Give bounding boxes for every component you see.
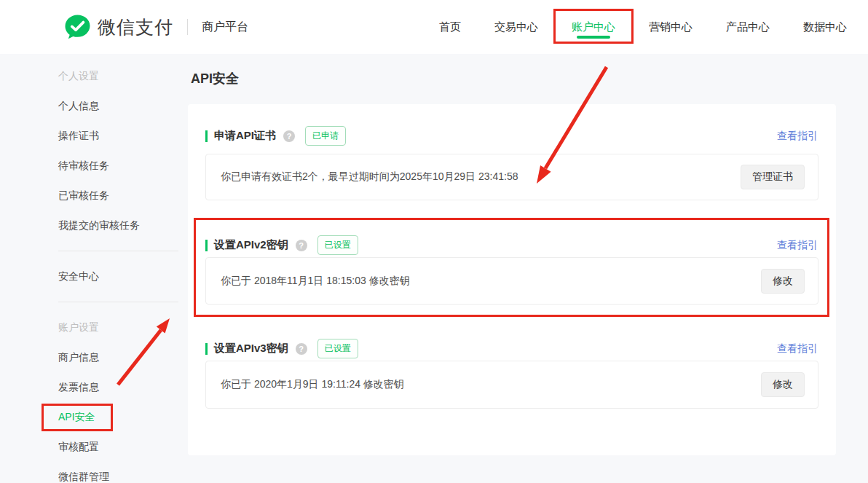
- sidebar-item-personal-info[interactable]: 个人信息: [0, 91, 188, 121]
- top-header: 微信支付 商户平台 首页 交易中心 账户中心 营销中心 产品中心 数据中心: [0, 0, 868, 54]
- nav-item-transaction-center[interactable]: 交易中心: [494, 1, 539, 53]
- active-nav-underline: [577, 36, 610, 39]
- sidebar-item-reviewed-tasks[interactable]: 已审核任务: [0, 181, 188, 211]
- apiv2-key-info-box: 你已于 2018年11月1日 18:15:03 修改密钥 修改: [205, 257, 818, 305]
- api-security-card: 申请API证书 ? 已申请 查看指引 你已申请有效证书2个，最早过期时间为202…: [188, 104, 836, 455]
- sidebar-item-operation-certificate[interactable]: 操作证书: [0, 121, 188, 151]
- status-badge-applied: 已申请: [305, 126, 346, 146]
- api-certificate-info-box: 你已申请有效证书2个，最早过期时间为2025年10月29日 23:41:58 管…: [205, 154, 818, 200]
- logo-divider: [187, 19, 188, 35]
- nav-item-account-center[interactable]: 账户中心: [571, 1, 616, 53]
- sidebar-item-invoice-info[interactable]: 发票信息: [0, 372, 188, 402]
- section-apiv3-key-title: 设置APIv3密钥: [214, 342, 288, 356]
- help-icon[interactable]: ?: [283, 130, 295, 142]
- section-accent-bar: [205, 130, 208, 142]
- section-api-certificate-header: 申请API证书 ? 已申请: [205, 126, 346, 146]
- logo-link[interactable]: 微信支付 商户平台: [64, 0, 248, 54]
- section-apiv3-key-header: 设置APIv3密钥 ? 已设置: [205, 339, 358, 358]
- manage-certificate-button[interactable]: 管理证书: [741, 165, 805, 189]
- view-guide-link-certificate[interactable]: 查看指引: [777, 130, 818, 143]
- section-accent-bar: [205, 240, 208, 251]
- api-certificate-message: 你已申请有效证书2个，最早过期时间为2025年10月29日 23:41:58: [221, 170, 518, 184]
- wechat-pay-merchant-page: 微信支付 商户平台 首页 交易中心 账户中心 营销中心 产品中心 数据中心 个人…: [0, 0, 868, 483]
- nav-item-account-center-label: 账户中心: [572, 20, 615, 33]
- modify-apiv2-key-button[interactable]: 修改: [761, 269, 805, 294]
- nav-item-home[interactable]: 首页: [438, 1, 462, 53]
- nav-item-product-center[interactable]: 产品中心: [725, 1, 770, 53]
- sidebar-item-merchant-info[interactable]: 商户信息: [0, 342, 188, 372]
- status-badge-set-v3: 已设置: [317, 339, 358, 358]
- sidebar-item-my-submitted-review-tasks[interactable]: 我提交的审核任务: [0, 211, 188, 240]
- logo-text: 微信支付: [98, 15, 173, 39]
- sidebar-section-account-settings: 账户设置: [0, 313, 188, 342]
- sidebar-item-api-security-label: API安全: [58, 411, 95, 424]
- apiv3-key-message: 你已于 2020年1月9日 19:11:24 修改密钥: [221, 378, 404, 391]
- sidebar-item-api-security[interactable]: API安全: [0, 402, 188, 432]
- section-apiv2-key-header: 设置APIv2密钥 ? 已设置: [205, 235, 358, 255]
- sidebar-item-security-center[interactable]: 安全中心: [0, 262, 188, 291]
- section-accent-bar: [205, 343, 208, 355]
- sidebar-item-review-config[interactable]: 审核配置: [0, 432, 188, 462]
- platform-subtitle: 商户平台: [202, 20, 248, 35]
- sidebar-item-wechat-group-management[interactable]: 微信群管理: [0, 462, 188, 483]
- help-icon[interactable]: ?: [296, 240, 307, 251]
- sidebar: 个人设置 个人信息 操作证书 待审核任务 已审核任务 我提交的审核任务 安全中心…: [0, 54, 188, 483]
- page-title: API安全: [191, 70, 239, 87]
- apiv2-key-message: 你已于 2018年11月1日 18:15:03 修改密钥: [221, 275, 410, 288]
- sidebar-divider: [58, 302, 178, 302]
- section-api-certificate-title: 申请API证书: [214, 129, 276, 143]
- apiv3-key-info-box: 你已于 2020年1月9日 19:11:24 修改密钥 修改: [205, 361, 818, 409]
- view-guide-link-apiv3[interactable]: 查看指引: [777, 342, 818, 356]
- sidebar-section-personal-settings: 个人设置: [0, 61, 188, 91]
- nav-item-data-center[interactable]: 数据中心: [802, 1, 848, 53]
- status-badge-set-v2: 已设置: [317, 235, 358, 255]
- nav-item-marketing-center[interactable]: 营销中心: [648, 1, 693, 53]
- sidebar-divider: [58, 251, 178, 251]
- sidebar-item-pending-review-tasks[interactable]: 待审核任务: [0, 151, 188, 181]
- help-icon[interactable]: ?: [296, 343, 307, 355]
- wechat-pay-logo-icon: [64, 14, 91, 41]
- section-apiv2-key-title: 设置APIv2密钥: [214, 238, 288, 252]
- view-guide-link-apiv2[interactable]: 查看指引: [777, 239, 818, 252]
- modify-apiv3-key-button[interactable]: 修改: [761, 372, 805, 397]
- top-nav: 首页 交易中心 账户中心 营销中心 产品中心 数据中心: [438, 0, 848, 54]
